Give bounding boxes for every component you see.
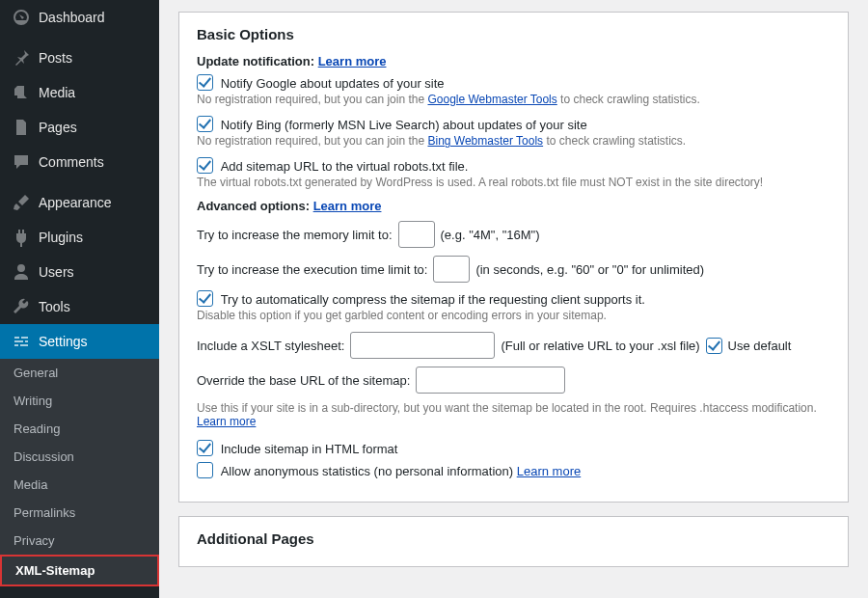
baseurl-label: Override the base URL of the sitemap: [197, 373, 410, 388]
sidebar-item-label: Posts [39, 50, 72, 66]
notify-bing-label: Notify Bing (formerly MSN Live Search) a… [221, 118, 587, 132]
submenu-item-privacy[interactable]: Privacy [0, 527, 159, 555]
update-learn-more-link[interactable]: Learn more [318, 54, 387, 68]
submenu-item-reading[interactable]: Reading [0, 415, 159, 443]
compress-help: Disable this option if you get garbled c… [197, 309, 830, 322]
admin-sidebar: Dashboard Posts Media Pages Comments App… [0, 0, 159, 598]
xslt-default-checkbox[interactable] [706, 338, 722, 354]
settings-submenu: General Writing Reading Discussion Media… [0, 359, 159, 586]
bing-webmaster-link[interactable]: Bing Webmaster Tools [427, 134, 543, 148]
memory-limit-hint: (e.g. "4M", "16M") [441, 228, 540, 242]
dashboard-icon [12, 8, 31, 27]
sidebar-item-label: Media [39, 85, 75, 100]
anon-stats-label: Allow anonymous statistics (no personal … [221, 464, 582, 478]
anon-stats-learn-more-link[interactable]: Learn more [517, 464, 581, 478]
sidebar-item-media[interactable]: Media [0, 75, 159, 110]
page-icon [12, 118, 31, 137]
sidebar-item-label: Appearance [39, 195, 112, 210]
notify-google-label: Notify Google about updates of your site [221, 76, 445, 91]
add-robots-checkbox[interactable] [197, 157, 213, 174]
add-robots-help: The virtual robots.txt generated by Word… [197, 176, 830, 189]
comment-icon [12, 152, 31, 172]
sidebar-item-tools[interactable]: Tools [0, 289, 159, 324]
sidebar-item-dashboard[interactable]: Dashboard [0, 0, 159, 35]
xslt-label: Include a XSLT stylesheet: [197, 339, 344, 353]
additional-pages-panel: Additional Pages [178, 516, 849, 567]
exec-time-input[interactable] [433, 256, 470, 283]
anon-stats-checkbox[interactable] [197, 462, 213, 478]
sidebar-item-label: Users [39, 264, 74, 280]
baseurl-learn-more-link[interactable]: Learn more [197, 415, 256, 428]
sidebar-item-appearance[interactable]: Appearance [0, 185, 159, 220]
content-area: Basic Options Update notification: Learn… [159, 0, 868, 598]
notify-google-help: No registration required, but you can jo… [197, 93, 830, 106]
compress-checkbox[interactable] [197, 290, 213, 307]
compress-label: Try to automatically compress the sitema… [221, 292, 645, 307]
notify-google-checkbox[interactable] [197, 74, 213, 91]
sidebar-item-plugins[interactable]: Plugins [0, 220, 159, 255]
sidebar-item-label: Plugins [39, 230, 83, 245]
notify-bing-checkbox[interactable] [197, 116, 213, 132]
sidebar-item-comments[interactable]: Comments [0, 145, 159, 179]
sidebar-item-pages[interactable]: Pages [0, 110, 159, 145]
submenu-item-media[interactable]: Media [0, 471, 159, 499]
exec-time-label: Try to increase the execution time limit… [197, 262, 427, 277]
sliders-icon [12, 332, 31, 351]
memory-limit-label: Try to increase the memory limit to: [197, 228, 393, 242]
additional-pages-heading: Additional Pages [197, 530, 830, 547]
user-icon [12, 262, 31, 282]
submenu-item-general[interactable]: General [0, 359, 159, 387]
sidebar-item-label: Comments [39, 154, 104, 170]
sidebar-item-label: Tools [39, 299, 70, 314]
submenu-item-xml-sitemap[interactable]: XML-Sitemap [0, 555, 159, 586]
sidebar-item-posts[interactable]: Posts [0, 41, 159, 75]
xslt-input[interactable] [350, 332, 495, 359]
include-html-checkbox[interactable] [197, 440, 213, 456]
include-html-label: Include sitemap in HTML format [221, 442, 398, 456]
advanced-options-label: Advanced options: Learn more [197, 199, 830, 213]
submenu-item-permalinks[interactable]: Permalinks [0, 499, 159, 527]
baseurl-input[interactable] [416, 367, 565, 394]
exec-time-hint: (in seconds, e.g. "60" or "0" for unlimi… [475, 262, 704, 277]
sidebar-item-users[interactable]: Users [0, 255, 159, 289]
memory-limit-input[interactable] [398, 221, 435, 248]
plug-icon [12, 228, 31, 247]
wrench-icon [12, 297, 31, 316]
sidebar-item-label: Settings [39, 334, 88, 349]
notify-bing-help: No registration required, but you can jo… [197, 134, 830, 148]
submenu-item-discussion[interactable]: Discussion [0, 443, 159, 471]
baseurl-help: Use this if your site is in a sub-direct… [197, 401, 830, 428]
add-robots-label: Add sitemap URL to the virtual robots.tx… [221, 159, 469, 174]
basic-options-panel: Basic Options Update notification: Learn… [178, 12, 849, 503]
sidebar-item-label: Dashboard [39, 10, 105, 25]
pin-icon [12, 48, 31, 68]
xslt-hint: (Full or relative URL to your .xsl file) [501, 339, 699, 353]
xslt-default-label: Use default [728, 339, 792, 353]
sidebar-item-settings[interactable]: Settings [0, 324, 159, 359]
update-notification-label: Update notification: Learn more [197, 54, 830, 68]
brush-icon [12, 193, 31, 212]
panel-heading: Basic Options [197, 26, 830, 42]
media-icon [12, 83, 31, 102]
sidebar-item-label: Pages [39, 120, 77, 135]
google-webmaster-link[interactable]: Google Webmaster Tools [427, 93, 556, 106]
advanced-learn-more-link[interactable]: Learn more [313, 199, 382, 213]
submenu-item-writing[interactable]: Writing [0, 387, 159, 415]
